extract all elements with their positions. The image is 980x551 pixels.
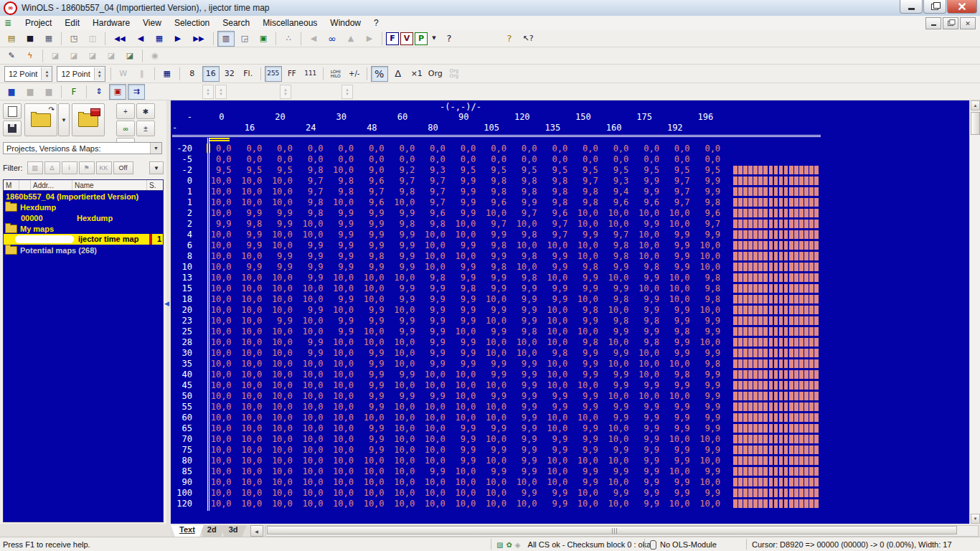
map-cell[interactable]: 9,9 [507, 445, 537, 455]
map-cell[interactable]: 10,0 [293, 423, 324, 433]
map-cell[interactable]: 10,0 [262, 326, 293, 336]
map-cell[interactable]: 9,8 [507, 230, 537, 240]
map-cell[interactable]: 0,0 [476, 143, 507, 154]
tree-item-project[interactable]: 1860b557_04 (Importierted Version) [4, 191, 163, 202]
map-cell[interactable]: 9,9 [628, 273, 659, 283]
map-cell[interactable]: 9,7 [293, 176, 324, 186]
map-cell[interactable]: 9,9 [537, 262, 568, 272]
map-cell[interactable]: 9,9 [628, 423, 659, 433]
map-cell[interactable]: 9,9 [354, 369, 385, 380]
map-cell[interactable]: 0,0 [507, 143, 537, 154]
map-cell[interactable]: 9,6 [415, 208, 446, 218]
map-cell[interactable]: 9,9 [659, 316, 690, 326]
map-cell[interactable]: 10,0 [385, 348, 415, 358]
map-cell[interactable]: 10,0 [262, 273, 293, 283]
horizontal-scrollbar[interactable] [265, 525, 979, 537]
map-cell[interactable]: 9,7 [293, 187, 324, 197]
map-cell[interactable]: 9,9 [507, 305, 537, 315]
map-cell[interactable]: 10,0 [262, 187, 293, 197]
map-cell[interactable]: 10,0 [354, 499, 385, 509]
map-cell[interactable]: 9,9 [385, 369, 415, 380]
close-button[interactable]: ✕ [947, 0, 977, 14]
open-file-icon[interactable]: ■ [22, 31, 39, 47]
map-cell[interactable]: 10,0 [446, 369, 476, 380]
map-cell[interactable]: 0,0 [598, 154, 629, 164]
map-cell[interactable]: 9,9 [323, 294, 354, 304]
export-version-button[interactable]: ± [136, 121, 155, 136]
map-cell[interactable]: 9,9 [293, 348, 324, 358]
map-cell[interactable]: 10,0 [385, 423, 415, 433]
map-cell[interactable]: 9,8 [659, 326, 690, 336]
map-cell[interactable]: 10,0 [415, 423, 446, 433]
map-cell[interactable]: 10,0 [537, 466, 568, 476]
map-cell[interactable]: 9,9 [446, 359, 476, 369]
map-cell[interactable]: 10,0 [385, 305, 415, 315]
map-cell[interactable]: 9,5 [476, 165, 507, 175]
map-cell[interactable]: 10,0 [415, 477, 446, 487]
map-cell[interactable]: 9,9 [598, 413, 629, 423]
map-cell[interactable]: 9,5 [567, 165, 598, 175]
map-cell[interactable]: 10,0 [354, 273, 385, 283]
map-cell[interactable]: 10,0 [415, 240, 446, 250]
map-cell[interactable]: 10,0 [201, 477, 232, 487]
map-cell[interactable]: 10,0 [598, 359, 629, 369]
print-icon[interactable]: ▦ [40, 31, 57, 47]
map-cell[interactable]: 10,0 [659, 283, 690, 293]
map-cell[interactable]: 9,8 [293, 165, 324, 175]
map-cell[interactable]: 10,0 [415, 499, 446, 509]
map-cell[interactable]: 10,0 [232, 402, 263, 412]
map-cell[interactable]: 0,0 [415, 143, 446, 154]
map-cell[interactable]: 10,0 [507, 477, 537, 487]
map-cell[interactable]: 10,0 [446, 219, 476, 229]
map-cell[interactable]: 10,0 [201, 499, 232, 509]
map-cell[interactable]: 9,5 [598, 165, 629, 175]
map-cell[interactable]: 10,0 [293, 219, 324, 229]
map-cell[interactable]: 9,8 [567, 262, 598, 272]
map-cell[interactable]: 9,9 [446, 240, 476, 250]
map-cell[interactable]: 10,0 [232, 251, 263, 261]
map-cell[interactable]: 9,5 [262, 165, 293, 175]
map-cell[interactable]: 10,0 [232, 337, 263, 347]
map-cell[interactable]: 9,5 [201, 165, 232, 175]
eeprom-grid-icon[interactable]: ▦ [159, 66, 176, 82]
map-cell[interactable]: 9,8 [232, 219, 263, 229]
map-cell[interactable]: 9,9 [446, 348, 476, 358]
help-icon[interactable]: ? [440, 31, 458, 47]
map-cell[interactable]: 10,0 [201, 445, 232, 455]
map-cell[interactable]: 9,9 [354, 402, 385, 412]
map-cell[interactable]: 10,0 [293, 283, 324, 293]
map-cell[interactable]: 10,0 [201, 348, 232, 358]
map-cell[interactable]: 10,0 [567, 456, 598, 466]
map-cell[interactable]: 9,9 [690, 380, 721, 390]
map-cell[interactable]: 9,9 [567, 230, 598, 240]
map-cell[interactable]: 10,0 [567, 499, 598, 509]
map-cell[interactable]: 9,9 [446, 176, 476, 186]
map-cell[interactable]: 9,9 [628, 434, 659, 444]
map-cell[interactable]: 10,0 [201, 176, 232, 186]
map-cell[interactable]: 0,0 [628, 154, 659, 164]
map-cell[interactable]: 10,0 [293, 326, 324, 336]
map-cell[interactable]: 9,9 [690, 391, 721, 401]
map-cell[interactable]: 10,0 [567, 219, 598, 229]
axis-z-spinner[interactable]: ▲ ▼ [341, 85, 353, 99]
map-cell[interactable]: 9,9 [507, 434, 537, 444]
map-cell[interactable]: 10,0 [385, 413, 415, 423]
map-cell[interactable]: 10,0 [232, 326, 263, 336]
map-cell[interactable]: 10,0 [262, 423, 293, 433]
map-cell[interactable]: 10,0 [293, 466, 324, 476]
column-m[interactable]: M [4, 180, 19, 190]
map-cell[interactable]: 10,0 [385, 488, 415, 498]
map-cell[interactable]: 10,0 [476, 348, 507, 358]
map-cell[interactable]: 0,0 [293, 154, 324, 164]
map-cell[interactable]: 10,0 [415, 380, 446, 390]
map-cell[interactable]: 10,0 [232, 445, 263, 455]
map-cell[interactable]: 10,0 [446, 391, 476, 401]
map-cell[interactable]: 9,9 [446, 434, 476, 444]
map-cell[interactable]: 9,9 [507, 456, 537, 466]
map-cell[interactable]: 9,9 [567, 434, 598, 444]
map-cell[interactable]: 10,0 [232, 477, 263, 487]
map-cell[interactable]: 9,9 [598, 283, 629, 293]
map-cell[interactable]: 0,0 [262, 143, 293, 154]
map-cell[interactable]: 10,0 [354, 294, 385, 304]
map-cell[interactable]: 10,0 [323, 466, 354, 476]
